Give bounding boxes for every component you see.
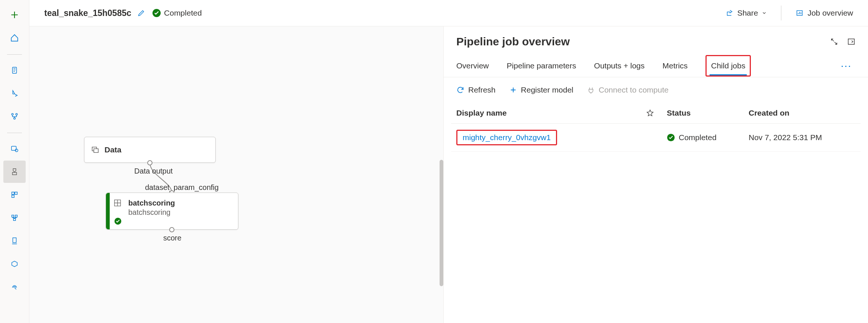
refresh-icon: [456, 86, 464, 94]
panel-header: Pipeline job overview: [444, 26, 868, 55]
refresh-button[interactable]: Refresh: [456, 85, 496, 94]
data-icon: [91, 146, 99, 154]
svg-rect-11: [13, 219, 16, 221]
nav-home-button[interactable]: [3, 27, 26, 49]
output-port[interactable]: [147, 160, 152, 165]
more-menu-button[interactable]: ···: [837, 60, 855, 72]
nav-endpoints-button[interactable]: [3, 276, 26, 298]
row-status-label: Completed: [679, 133, 717, 142]
chevron-down-icon: [762, 10, 767, 16]
child-job-link[interactable]: mighty_cherry_0vhzgvw1: [463, 133, 551, 142]
batch-title: batchscoring: [128, 199, 175, 207]
share-label: Share: [737, 9, 758, 17]
row-status: Completed: [667, 133, 749, 142]
refresh-label: Refresh: [468, 85, 496, 94]
svg-rect-0: [13, 67, 17, 74]
col-favorite[interactable]: [646, 109, 667, 117]
svg-rect-10: [15, 215, 17, 217]
overview-label: Job overview: [807, 9, 853, 17]
check-circle-icon: [667, 133, 675, 142]
nav-pipelines-button[interactable]: [3, 207, 26, 229]
col-status[interactable]: Status: [667, 109, 749, 117]
row-created-on: Nov 7, 2022 5:31 PM: [749, 133, 855, 142]
nav-automl-button[interactable]: [3, 82, 26, 104]
canvas-scrollbar[interactable]: [440, 160, 443, 286]
pipeline-node-batchscoring[interactable]: batchscoring batchscoring: [106, 193, 238, 230]
col-created-on[interactable]: Created on: [749, 109, 855, 117]
check-circle-icon: [152, 9, 161, 17]
child-jobs-table: Display name Status Created on mighty_ch…: [444, 103, 868, 152]
col-display-name[interactable]: Display name: [456, 109, 646, 117]
nav-data-button[interactable]: [3, 138, 26, 160]
panel-tabs: Overview Pipeline parameters Outputs + l…: [444, 55, 868, 77]
nav-divider: [7, 133, 22, 133]
data-output-label: Data output: [134, 167, 173, 175]
panel-title: Pipeline job overview: [456, 35, 570, 48]
child-job-link-highlight: mighty_cherry_0vhzgvw1: [456, 130, 557, 145]
left-nav-sidebar: [0, 0, 29, 323]
connect-compute-button: Connect to compute: [587, 85, 669, 94]
register-model-button[interactable]: Register model: [509, 85, 573, 94]
plug-icon: [587, 86, 595, 94]
svg-rect-16: [94, 149, 98, 152]
tab-child-jobs[interactable]: Child jobs: [705, 55, 751, 77]
tab-pipeline-parameters[interactable]: Pipeline parameters: [507, 55, 576, 77]
nav-notebook-button[interactable]: [3, 59, 26, 81]
grid-icon: [113, 199, 122, 207]
data-node-label: Data: [105, 145, 122, 154]
main-area: teal_snake_15h0585c Completed Share Job …: [29, 0, 868, 323]
svg-point-1: [12, 113, 13, 115]
nav-jobs-button[interactable]: [3, 161, 26, 183]
status-stripe: [106, 193, 110, 229]
svg-point-3: [14, 117, 16, 119]
table-header: Display name Status Created on: [451, 103, 861, 124]
svg-rect-9: [12, 215, 14, 217]
edit-icon[interactable]: [137, 9, 145, 17]
output-port[interactable]: [169, 227, 174, 232]
register-label: Register model: [521, 85, 573, 94]
collapse-icon[interactable]: [847, 38, 855, 46]
svg-rect-6: [12, 192, 14, 194]
pipeline-node-data[interactable]: Data: [84, 137, 216, 163]
bar-chart-icon: [795, 9, 804, 17]
details-panel: Pipeline job overview Overview Pipeline …: [443, 26, 868, 323]
pipeline-canvas[interactable]: Data Data output dataset_param_config ba…: [29, 26, 443, 323]
nav-models-button[interactable]: [3, 253, 26, 275]
connect-label: Connect to compute: [599, 85, 669, 94]
score-label: score: [163, 234, 181, 242]
job-overview-button[interactable]: Job overview: [792, 6, 857, 20]
nav-components-button[interactable]: [3, 184, 26, 206]
tab-overview[interactable]: Overview: [456, 55, 489, 77]
panel-toolbar: Refresh Register model Connect to comput…: [444, 77, 868, 103]
expand-icon[interactable]: [830, 38, 838, 46]
nav-designer-button[interactable]: [3, 105, 26, 127]
status-badge: Completed: [152, 9, 202, 17]
nav-divider: [7, 54, 22, 55]
edge-label: dataset_param_config: [145, 183, 219, 192]
star-icon: [646, 109, 654, 117]
svg-rect-7: [15, 192, 17, 194]
topbar: teal_snake_15h0585c Completed Share Job …: [29, 0, 868, 26]
nav-environments-button[interactable]: [3, 230, 26, 252]
status-label: Completed: [164, 9, 202, 17]
share-icon: [725, 9, 733, 17]
check-circle-icon: [114, 217, 122, 225]
share-button[interactable]: Share: [721, 6, 771, 20]
topbar-divider: [781, 6, 781, 20]
table-row[interactable]: mighty_cherry_0vhzgvw1 Completed Nov 7, …: [451, 124, 861, 152]
batch-subtitle: batchscoring: [128, 208, 175, 217]
svg-point-2: [16, 113, 17, 115]
svg-rect-8: [12, 195, 14, 197]
plus-icon: [509, 86, 517, 94]
nav-add-button[interactable]: [3, 4, 26, 26]
job-title: teal_snake_15h0585c: [44, 8, 131, 18]
svg-rect-12: [13, 238, 16, 243]
tab-metrics[interactable]: Metrics: [662, 55, 688, 77]
pipeline-edge: [29, 26, 443, 323]
tab-outputs-logs[interactable]: Outputs + logs: [594, 55, 644, 77]
